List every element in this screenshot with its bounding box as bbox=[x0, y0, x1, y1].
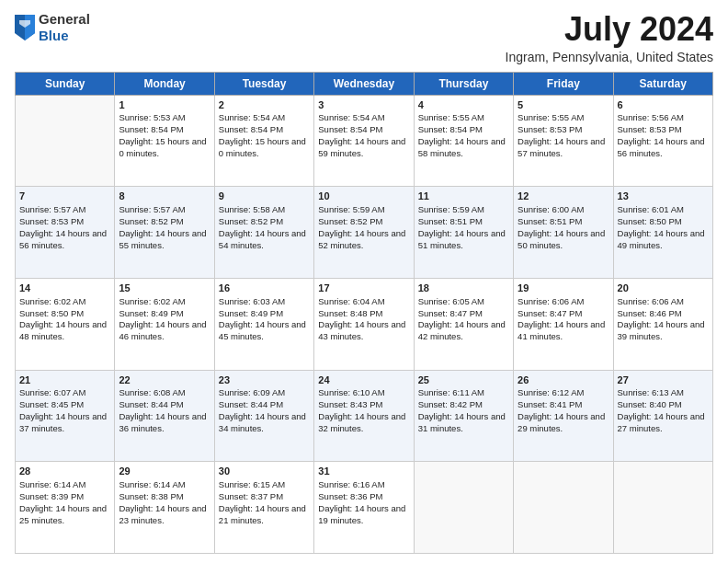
logo-general: General bbox=[39, 11, 90, 27]
day-number: 27 bbox=[618, 373, 709, 387]
calendar-cell bbox=[613, 462, 712, 554]
daylight-text: Daylight: 14 hours and 59 minutes. bbox=[318, 136, 409, 160]
daylight-text: Daylight: 14 hours and 52 minutes. bbox=[318, 228, 409, 252]
day-number: 24 bbox=[318, 373, 409, 387]
daylight-text: Daylight: 15 hours and 0 minutes. bbox=[219, 136, 310, 160]
daylight-text: Daylight: 14 hours and 50 minutes. bbox=[518, 228, 609, 252]
day-number: 14 bbox=[19, 282, 110, 295]
calendar-cell bbox=[414, 462, 513, 554]
day-number: 6 bbox=[618, 98, 709, 112]
sunrise-text: Sunrise: 6:07 AM bbox=[19, 387, 110, 399]
daylight-text: Daylight: 14 hours and 31 minutes. bbox=[418, 411, 509, 435]
calendar-cell: 12Sunrise: 6:00 AMSunset: 8:51 PMDayligh… bbox=[514, 187, 613, 279]
day-number: 2 bbox=[219, 98, 310, 112]
sunrise-text: Sunrise: 5:57 AM bbox=[119, 204, 210, 216]
day-number: 30 bbox=[219, 465, 310, 478]
calendar-cell: 5Sunrise: 5:55 AMSunset: 8:53 PMDaylight… bbox=[514, 95, 613, 187]
sunrise-text: Sunrise: 6:06 AM bbox=[618, 296, 709, 308]
daylight-text: Daylight: 14 hours and 19 minutes. bbox=[318, 503, 409, 527]
calendar-cell: 8Sunrise: 5:57 AMSunset: 8:52 PMDaylight… bbox=[115, 187, 214, 279]
calendar-cell: 4Sunrise: 5:55 AMSunset: 8:54 PMDaylight… bbox=[414, 95, 513, 187]
calendar-week-row: 14Sunrise: 6:02 AMSunset: 8:50 PMDayligh… bbox=[16, 278, 713, 370]
calendar-cell: 18Sunrise: 6:05 AMSunset: 8:47 PMDayligh… bbox=[414, 278, 513, 370]
calendar-cell: 22Sunrise: 6:08 AMSunset: 8:44 PMDayligh… bbox=[115, 370, 214, 462]
sunrise-text: Sunrise: 5:59 AM bbox=[318, 204, 409, 216]
calendar-cell: 14Sunrise: 6:02 AMSunset: 8:50 PMDayligh… bbox=[16, 278, 115, 370]
daylight-text: Daylight: 14 hours and 57 minutes. bbox=[518, 136, 609, 160]
sunset-text: Sunset: 8:39 PM bbox=[19, 491, 110, 503]
calendar-header-tuesday: Tuesday bbox=[214, 72, 313, 95]
calendar-cell: 2Sunrise: 5:54 AMSunset: 8:54 PMDaylight… bbox=[214, 95, 313, 187]
daylight-text: Daylight: 14 hours and 27 minutes. bbox=[618, 411, 709, 435]
calendar-header-wednesday: Wednesday bbox=[314, 72, 414, 95]
svg-marker-1 bbox=[25, 15, 35, 40]
sunset-text: Sunset: 8:51 PM bbox=[518, 216, 609, 228]
logo-icon bbox=[15, 15, 35, 40]
main-title: July 2024 bbox=[506, 11, 713, 48]
calendar-cell: 27Sunrise: 6:13 AMSunset: 8:40 PMDayligh… bbox=[613, 370, 712, 462]
daylight-text: Daylight: 14 hours and 54 minutes. bbox=[219, 228, 310, 252]
daylight-text: Daylight: 14 hours and 41 minutes. bbox=[518, 319, 609, 343]
calendar-cell: 6Sunrise: 5:56 AMSunset: 8:53 PMDaylight… bbox=[613, 95, 712, 187]
day-number: 5 bbox=[518, 98, 609, 112]
logo-blue: Blue bbox=[39, 28, 69, 43]
sunset-text: Sunset: 8:52 PM bbox=[119, 216, 210, 228]
day-number: 12 bbox=[518, 190, 609, 203]
daylight-text: Daylight: 14 hours and 32 minutes. bbox=[318, 411, 409, 435]
sunrise-text: Sunrise: 5:55 AM bbox=[418, 112, 509, 124]
calendar-cell: 17Sunrise: 6:04 AMSunset: 8:48 PMDayligh… bbox=[314, 278, 414, 370]
day-number: 28 bbox=[19, 465, 110, 478]
sunset-text: Sunset: 8:42 PM bbox=[418, 399, 509, 411]
sunset-text: Sunset: 8:54 PM bbox=[418, 124, 509, 136]
sunset-text: Sunset: 8:46 PM bbox=[618, 308, 709, 320]
day-number: 20 bbox=[618, 282, 709, 295]
calendar-cell bbox=[514, 462, 613, 554]
day-number: 4 bbox=[418, 98, 509, 112]
daylight-text: Daylight: 14 hours and 23 minutes. bbox=[119, 503, 210, 527]
sunrise-text: Sunrise: 6:01 AM bbox=[618, 204, 709, 216]
calendar-cell: 21Sunrise: 6:07 AMSunset: 8:45 PMDayligh… bbox=[16, 370, 115, 462]
calendar-cell: 11Sunrise: 5:59 AMSunset: 8:51 PMDayligh… bbox=[414, 187, 513, 279]
calendar-cell: 23Sunrise: 6:09 AMSunset: 8:44 PMDayligh… bbox=[214, 370, 313, 462]
sunrise-text: Sunrise: 6:12 AM bbox=[518, 387, 609, 399]
sunrise-text: Sunrise: 6:16 AM bbox=[318, 479, 409, 491]
sunset-text: Sunset: 8:54 PM bbox=[219, 124, 310, 136]
day-number: 13 bbox=[618, 190, 709, 203]
calendar-cell: 7Sunrise: 5:57 AMSunset: 8:53 PMDaylight… bbox=[16, 187, 115, 279]
calendar-week-row: 28Sunrise: 6:14 AMSunset: 8:39 PMDayligh… bbox=[16, 462, 713, 554]
sunrise-text: Sunrise: 5:56 AM bbox=[618, 112, 709, 124]
day-number: 11 bbox=[418, 190, 509, 203]
daylight-text: Daylight: 14 hours and 21 minutes. bbox=[219, 503, 310, 527]
daylight-text: Daylight: 14 hours and 46 minutes. bbox=[119, 319, 210, 343]
day-number: 22 bbox=[119, 373, 210, 387]
calendar-header-monday: Monday bbox=[115, 72, 214, 95]
sunset-text: Sunset: 8:50 PM bbox=[618, 216, 709, 228]
calendar-cell: 10Sunrise: 5:59 AMSunset: 8:52 PMDayligh… bbox=[314, 187, 414, 279]
calendar-cell: 31Sunrise: 6:16 AMSunset: 8:36 PMDayligh… bbox=[314, 462, 414, 554]
calendar-cell: 13Sunrise: 6:01 AMSunset: 8:50 PMDayligh… bbox=[613, 187, 712, 279]
daylight-text: Daylight: 15 hours and 0 minutes. bbox=[119, 136, 210, 160]
sunrise-text: Sunrise: 6:06 AM bbox=[518, 296, 609, 308]
title-block: July 2024 Ingram, Pennsylvania, United S… bbox=[506, 11, 713, 64]
sunset-text: Sunset: 8:45 PM bbox=[19, 399, 110, 411]
sunset-text: Sunset: 8:44 PM bbox=[219, 399, 310, 411]
sunrise-text: Sunrise: 6:13 AM bbox=[618, 387, 709, 399]
sunrise-text: Sunrise: 6:14 AM bbox=[19, 479, 110, 491]
calendar-header-row: SundayMondayTuesdayWednesdayThursdayFrid… bbox=[16, 72, 713, 95]
sunset-text: Sunset: 8:48 PM bbox=[318, 308, 409, 320]
sunset-text: Sunset: 8:52 PM bbox=[318, 216, 409, 228]
sunset-text: Sunset: 8:41 PM bbox=[518, 399, 609, 411]
sunrise-text: Sunrise: 6:04 AM bbox=[318, 296, 409, 308]
day-number: 19 bbox=[518, 282, 609, 295]
sunset-text: Sunset: 8:53 PM bbox=[618, 124, 709, 136]
header: General Blue July 2024 Ingram, Pennsylva… bbox=[15, 11, 713, 64]
calendar-cell: 9Sunrise: 5:58 AMSunset: 8:52 PMDaylight… bbox=[214, 187, 313, 279]
day-number: 8 bbox=[119, 190, 210, 203]
sunset-text: Sunset: 8:53 PM bbox=[518, 124, 609, 136]
sunrise-text: Sunrise: 6:00 AM bbox=[518, 204, 609, 216]
day-number: 18 bbox=[418, 282, 509, 295]
calendar-cell bbox=[16, 95, 115, 187]
sunset-text: Sunset: 8:36 PM bbox=[318, 491, 409, 503]
sunset-text: Sunset: 8:40 PM bbox=[618, 399, 709, 411]
day-number: 1 bbox=[119, 98, 210, 112]
